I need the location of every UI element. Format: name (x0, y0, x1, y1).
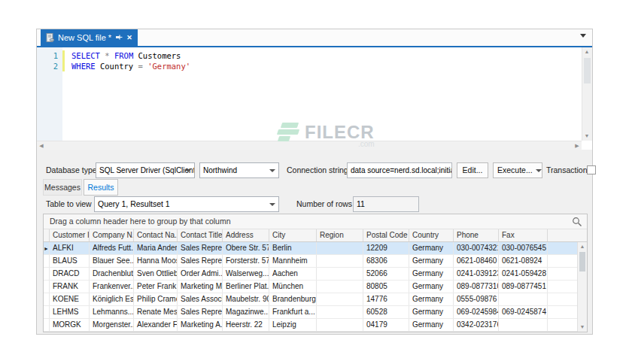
cell: Obere Str. 57 (223, 242, 269, 254)
cell: Magazinwe... (223, 306, 269, 318)
column-header[interactable]: Company N... (90, 229, 134, 241)
tab-messages[interactable]: Messages (43, 179, 82, 196)
cell (317, 306, 363, 318)
cell: 0621-08924 (499, 255, 548, 267)
cell: LEHMS (50, 306, 90, 318)
cell: Aachen (269, 268, 317, 280)
column-header-filler (548, 229, 587, 241)
cell: FRANK (50, 281, 90, 293)
column-header[interactable]: Region (317, 229, 363, 241)
driver-select[interactable]: SQL Server Driver (SqlClient) (96, 162, 195, 178)
cell: Germany (409, 293, 454, 305)
table-row[interactable]: LEHMSLehmanns...Renate Mes...Sales Repre… (44, 306, 577, 319)
code-line: 2WHERE Country = 'Germany' (37, 61, 582, 71)
cell: 14776 (363, 293, 409, 305)
scroll-left-icon[interactable]: ◀ (37, 141, 46, 150)
cell: Drachenblut... (90, 268, 134, 280)
sql-editor[interactable]: 1SELECT * FROM Customers2WHERE Country =… (37, 46, 592, 150)
cell: Morgenster... (90, 319, 134, 331)
scrollbar-thumb[interactable] (579, 252, 585, 271)
cell: Walserweg... (223, 268, 269, 280)
column-header[interactable]: Address (223, 229, 269, 241)
column-header[interactable]: Country (409, 229, 454, 241)
cell-filler (548, 255, 577, 267)
cell: MORGK (50, 319, 90, 331)
cell: Berliner Plat... (223, 281, 269, 293)
cell: Sven Ottlieb (134, 268, 178, 280)
transaction-checkbox[interactable] (587, 165, 596, 174)
cell: Germany (409, 268, 454, 280)
cell: Sales Repre... (178, 255, 223, 267)
cell: Renate Mes... (134, 306, 178, 318)
cell: München (269, 281, 317, 293)
cell (499, 319, 548, 331)
column-header[interactable]: City (269, 229, 317, 241)
sql-file-icon (46, 33, 54, 42)
column-header[interactable]: Customer ID (50, 229, 90, 241)
database-select-value: Northwind (203, 166, 237, 174)
scrollbar-thumb[interactable] (584, 58, 591, 83)
resultset-select[interactable]: Query 1, Resultset 1 (94, 196, 279, 212)
pin-icon[interactable] (115, 34, 123, 42)
cell: Heerstr. 22 (223, 319, 269, 331)
table-row[interactable]: KOENEKöniglich Es...Philip CramerSales A… (44, 293, 577, 306)
scroll-up-icon[interactable]: ▲ (582, 47, 591, 56)
group-by-bar[interactable]: Drag a column header here to group by th… (44, 214, 587, 229)
cell: ALFKI (50, 242, 90, 254)
cell: Germany (409, 242, 454, 254)
scroll-down-icon[interactable]: ▼ (578, 323, 587, 332)
cell: Germany (409, 255, 454, 267)
close-icon[interactable]: ✕ (126, 34, 132, 41)
cell: 0555-09876 (454, 293, 499, 305)
column-header[interactable]: Fax (499, 229, 548, 241)
cell: 069-0245984 (454, 306, 499, 318)
editor-vertical-scrollbar[interactable]: ▲ ▼ (582, 47, 592, 141)
row-indicator (44, 268, 50, 280)
cell (317, 281, 363, 293)
table-row[interactable]: DRACDDrachenblut...Sven OttliebOrder Adm… (44, 268, 577, 281)
column-header[interactable]: Phone (454, 229, 499, 241)
row-indicator (44, 306, 50, 318)
cell: Germany (409, 319, 454, 331)
tab-new-sql-file[interactable]: New SQL file * ✕ (41, 29, 138, 46)
chevron-down-icon (269, 169, 275, 172)
scroll-up-icon[interactable]: ▲ (578, 242, 587, 251)
line-number: 2 (37, 61, 58, 71)
cell: Philip Cramer (134, 293, 178, 305)
table-row[interactable]: MORGKMorgenster...Alexander F...Marketin… (44, 319, 577, 332)
row-indicator-header (44, 229, 50, 241)
connection-string-input[interactable]: data source=nerd.sd.local;initial catal (347, 162, 452, 178)
editor-horizontal-scrollbar[interactable]: ◀ ▶ (37, 141, 582, 150)
column-header[interactable]: Contact Na... (134, 229, 178, 241)
cell: BLAUS (50, 255, 90, 267)
cell: Alexander F... (134, 319, 178, 331)
cell: Lehmanns... (90, 306, 134, 318)
table-to-view-label: Table to view (46, 196, 92, 212)
table-row[interactable]: ►ALFKIAlfreds Futt...Maria AndersSales R… (44, 242, 577, 255)
database-select[interactable]: Northwind (199, 162, 279, 178)
table-row[interactable]: BLAUSBlauer See...Hanna MoosSales Repre.… (44, 255, 577, 268)
cell: Order Admi... (178, 268, 223, 280)
chevron-down-icon (185, 169, 191, 172)
table-row[interactable]: FRANKFrankenver...Peter Frank...Marketin… (44, 281, 577, 293)
grid-header-row: Customer IDCompany N...Contact Na...Cont… (44, 229, 587, 242)
scroll-down-icon[interactable]: ▼ (582, 132, 591, 141)
cell: Germany (409, 306, 454, 318)
column-header[interactable]: Contact Title (178, 229, 223, 241)
search-icon[interactable] (572, 217, 582, 227)
scroll-right-icon[interactable]: ▶ (573, 141, 582, 150)
line-number: 1 (37, 50, 58, 61)
cell (317, 255, 363, 267)
tab-results[interactable]: Results (84, 179, 118, 196)
cell: Germany (409, 281, 454, 293)
chevron-down-icon (269, 203, 275, 206)
column-header[interactable]: Postal Code (363, 229, 409, 241)
grid-vertical-scrollbar[interactable]: ▲ ▼ (577, 242, 587, 332)
cell: Berlin (269, 242, 317, 254)
tab-list-dropdown-icon[interactable] (580, 34, 586, 38)
cell: 60528 (363, 306, 409, 318)
document-tabstrip: New SQL file * ✕ (37, 29, 592, 46)
connection-string-label: Connection string (287, 162, 348, 178)
edit-button[interactable]: Edit... (457, 162, 488, 178)
execute-button[interactable]: Execute... (493, 162, 542, 178)
